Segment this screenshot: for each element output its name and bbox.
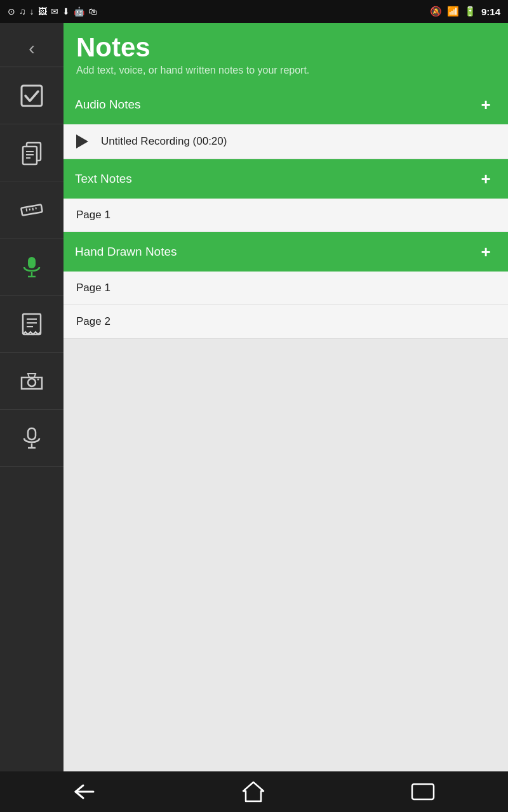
audio-recording-item[interactable]: Untitled Recording (00:20) [64, 124, 508, 159]
sidebar-item-notes[interactable] [0, 296, 64, 353]
text-notes-title: Text Notes [75, 172, 132, 186]
back-button[interactable]: ‹ [0, 29, 64, 67]
svg-point-20 [37, 378, 39, 380]
svg-marker-18 [28, 374, 36, 377]
svg-rect-6 [21, 204, 43, 215]
page-subtitle: Add text, voice, or hand written notes t… [76, 65, 495, 76]
content-area: Notes Add text, voice, or hand written n… [64, 23, 508, 771]
hand-drawn-page2-label: Page 2 [76, 315, 110, 328]
svg-line-8 [30, 208, 30, 210]
svg-line-10 [36, 207, 36, 209]
status-bar: ⊙ ♫ ↓ 🖼 ✉ ⬇ 🤖 🛍 🔕 📶 🔋 9:14 [0, 0, 508, 23]
sidebar-item-microphone[interactable] [0, 239, 64, 296]
status-left-icons: ⊙ ♫ ↓ 🖼 ✉ ⬇ 🤖 🛍 [8, 6, 97, 16]
text-notes-header[interactable]: Text Notes + [64, 159, 508, 199]
svg-marker-25 [243, 782, 264, 801]
recording-label: Untitled Recording (00:20) [101, 135, 227, 148]
page-title: Notes [76, 33, 495, 62]
sidebar-item-check[interactable] [0, 67, 64, 124]
sidebar-item-copy[interactable] [0, 124, 64, 181]
audio-notes-section: Audio Notes + Untitled Recording (00:20) [64, 85, 508, 159]
hand-drawn-notes-header[interactable]: Hand Drawn Notes + [64, 232, 508, 272]
text-notes-section: Text Notes + Page 1 [64, 159, 508, 232]
hand-drawn-notes-add-button[interactable]: + [475, 241, 497, 263]
image-icon: 🖼 [38, 6, 47, 16]
page-header: Notes Add text, voice, or hand written n… [64, 23, 508, 85]
radio-icon: ⊙ [8, 6, 15, 16]
svg-rect-21 [28, 428, 36, 440]
main-layout: ‹ [0, 23, 508, 771]
scroll-content: Audio Notes + Untitled Recording (00:20)… [64, 85, 508, 771]
ruler-icon [19, 197, 44, 223]
svg-point-19 [28, 379, 36, 386]
text-page1-label: Page 1 [76, 209, 110, 221]
wifi-icon: 📶 [447, 6, 459, 17]
nav-back-button[interactable] [73, 783, 96, 801]
audio-notes-title: Audio Notes [75, 98, 141, 112]
hand-drawn-page2-item[interactable]: Page 2 [64, 305, 508, 339]
shop-icon: 🛍 [88, 6, 97, 16]
sidebar-item-mic2[interactable] [0, 410, 64, 467]
audio-notes-header[interactable]: Audio Notes + [64, 85, 508, 124]
nav-home-button[interactable] [242, 781, 265, 802]
text-notes-add-button[interactable]: + [475, 168, 497, 190]
battery-icon: 🔋 [464, 6, 476, 17]
hand-drawn-notes-title: Hand Drawn Notes [75, 245, 177, 259]
copy-icon [19, 140, 44, 166]
mute-icon: 🔕 [430, 6, 442, 17]
bottom-navigation [0, 771, 508, 812]
email-icon: ✉ [51, 6, 58, 16]
camera-icon [19, 369, 44, 394]
download-icon: ↓ [30, 6, 34, 16]
nav-home-icon [242, 781, 265, 802]
play-button-icon[interactable] [76, 134, 88, 148]
microphone-icon [19, 254, 44, 280]
arrow-down-icon: ⬇ [62, 6, 70, 16]
hand-drawn-page1-label: Page 1 [76, 282, 110, 294]
nav-back-icon [73, 783, 96, 801]
sidebar-item-camera[interactable] [0, 353, 64, 410]
audio-notes-add-button[interactable]: + [475, 94, 497, 115]
svg-rect-11 [28, 257, 36, 268]
sidebar-item-ruler[interactable] [0, 181, 64, 239]
text-notes-page1-item[interactable]: Page 1 [64, 199, 508, 232]
hand-drawn-page1-item[interactable]: Page 1 [64, 272, 508, 305]
svg-rect-26 [412, 784, 434, 799]
status-right: 🔕 📶 🔋 9:14 [430, 6, 500, 17]
nav-recent-button[interactable] [411, 783, 435, 801]
check-icon [19, 83, 44, 108]
hand-drawn-notes-section: Hand Drawn Notes + Page 1 Page 2 [64, 232, 508, 339]
notes-icon [19, 311, 44, 337]
status-time: 9:14 [481, 6, 500, 17]
sidebar: ‹ [0, 23, 64, 771]
back-icon: ‹ [29, 37, 35, 59]
svg-line-9 [32, 207, 33, 210]
mic2-icon [19, 426, 44, 451]
android-icon: 🤖 [74, 6, 84, 16]
svg-line-7 [26, 208, 27, 211]
music-icon: ♫ [19, 6, 26, 16]
nav-recent-icon [411, 783, 435, 801]
